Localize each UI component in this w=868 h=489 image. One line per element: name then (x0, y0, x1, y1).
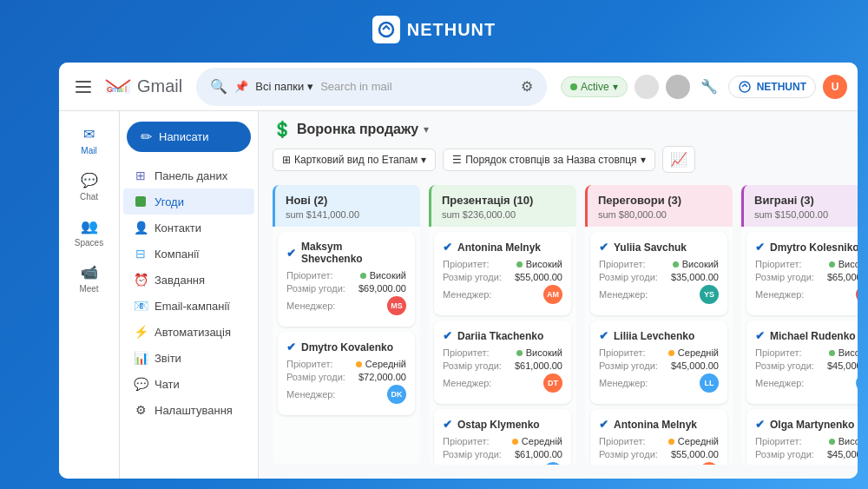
size-value: $55,000.00 (671, 449, 719, 459)
nav-companies[interactable]: ⊟ Компанії (123, 241, 254, 267)
nethunt-logo-text: NETHUNT (757, 81, 806, 93)
deal-card[interactable]: ✔ Michael Rudenko Пріоритет: Високий Роз… (746, 320, 858, 404)
column-sum: sum $236,000.00 (442, 209, 566, 220)
priority-label: Пріоритет: (443, 436, 490, 446)
user-avatar[interactable]: U (823, 75, 847, 99)
automation-icon: ⚡ (134, 325, 148, 339)
sort-button[interactable]: ☰ Порядок стовпців за Назва стовпця ▾ (443, 149, 655, 171)
priority-dot (673, 261, 679, 268)
filter-icon[interactable]: ⚙ (521, 78, 533, 95)
chats-icon: 💬 (134, 377, 148, 391)
priority-label: Пріоритет: (755, 436, 802, 446)
nav-automation[interactable]: ⚡ Автоматизація (123, 319, 254, 345)
deal-card[interactable]: ✔ Maksym Shevchenko Пріоритет: Високий Р… (278, 232, 415, 327)
nav-deals[interactable]: Угоди (123, 188, 254, 215)
chart-button[interactable]: 📈 (662, 146, 695, 173)
svg-rect-2 (76, 86, 91, 88)
nav-tasks[interactable]: ⏰ Завдання (123, 267, 254, 293)
svg-rect-1 (76, 81, 91, 83)
priority-dot (668, 439, 674, 445)
column-sum: sum $80,000.00 (598, 209, 722, 220)
sidebar-chat[interactable]: 💬 Chat (65, 164, 114, 207)
deal-card[interactable]: ✔ Dariia Tkachenko Пріоритет: Високий Ро… (434, 320, 571, 404)
svg-rect-3 (76, 91, 91, 93)
card-name-text: Olga Martynenko (770, 419, 854, 431)
sidebar-meet[interactable]: 📹 Meet (65, 256, 114, 299)
sidebar-mail[interactable]: ✉ Mail (65, 118, 114, 161)
compose-button[interactable]: ✏ Написати (127, 122, 251, 152)
check-icon: ✔ (443, 418, 452, 431)
nethunt-brand-text: NETHUNT (407, 20, 496, 40)
svg-text:i: i (122, 85, 124, 94)
deal-card[interactable]: ✔ Antonina Melnyk Пріоритет: Високий Роз… (434, 232, 571, 315)
cards-container: ✔ Antonina Melnyk Пріоритет: Високий Роз… (429, 227, 576, 465)
manager-label: Менеджер: (286, 389, 335, 400)
size-label: Розмір угоди: (599, 360, 658, 371)
cards-container: ✔ Maksym Shevchenko Пріоритет: Високий Р… (273, 227, 420, 465)
manager-label: Менеджер: (599, 378, 648, 388)
priority-label: Пріоритет: (286, 270, 333, 281)
deal-card[interactable]: ✔ Ostap Klymenko Пріоритет: Середній Роз… (434, 409, 571, 465)
priority-label: Пріоритет: (443, 347, 490, 358)
check-icon: ✔ (286, 247, 296, 260)
manager-avatar: AM (543, 285, 562, 304)
pin-icon: 📌 (234, 80, 248, 93)
deal-card[interactable]: ✔ Dmytro Kolesnikov Пріоритет: Високий Р… (746, 232, 858, 315)
nethunt-brand: NETHUNT (372, 16, 496, 43)
status-badge[interactable]: Active ▾ (561, 76, 628, 97)
priority-dot (516, 350, 523, 356)
gmail-header: G m a i l Gmail 🔍 📌 Всі папки ▾ Search i… (59, 63, 858, 111)
nav-reports[interactable]: 📊 Звіти (123, 345, 254, 371)
column-sum: sum $141,000.00 (286, 209, 410, 220)
nethunt-sidebar: ✏ Написати ⊞ Панель даних Угоди 👤 Контак… (120, 111, 259, 479)
circle-button-1[interactable] (635, 75, 659, 99)
kanban-column-won: Виграні (3) sum $150,000.00 ✔ Dmytro Kol… (741, 185, 858, 465)
panel-title-row: 💲 Воронка продажу ▾ (273, 120, 844, 139)
kanban-column-presentation: Презентація (10) sum $236,000.00 ✔ Anton… (429, 185, 576, 465)
column-title: Виграні (3) (754, 194, 858, 207)
size-label: Розмір угоди: (443, 449, 502, 459)
deal-card[interactable]: ✔ Antonina Melnyk Пріоритет: Середній Ро… (590, 409, 727, 465)
sidebar-spaces[interactable]: 👥 Spaces (65, 210, 114, 253)
search-bar[interactable]: 🔍 📌 Всі папки ▾ Search in mail ⚙ (196, 68, 547, 106)
nav-contacts[interactable]: 👤 Контакти (123, 215, 254, 241)
all-folders-dropdown[interactable]: Всі папки ▾ (255, 80, 313, 93)
circle-button-2[interactable] (666, 75, 690, 99)
card-name-text: Liliia Levchenko (614, 330, 694, 342)
deal-card[interactable]: ✔ Yuliia Savchuk Пріоритет: Високий Розм… (590, 232, 727, 315)
panel-title-chevron[interactable]: ▾ (424, 123, 429, 135)
view-chevron: ▾ (421, 154, 426, 166)
content-area: ✉ Mail 💬 Chat 👥 Spaces 📹 Meet ✏ Написати (59, 111, 858, 479)
nav-chats[interactable]: 💬 Чати (123, 371, 254, 397)
check-icon: ✔ (599, 418, 608, 431)
hamburger-button[interactable] (69, 73, 97, 101)
size-value: $72,000.00 (358, 372, 406, 382)
nav-settings[interactable]: ⚙ Налаштування (123, 397, 254, 423)
nav-dashboard[interactable]: ⊞ Панель даних (123, 162, 254, 188)
deal-card[interactable]: ✔ Olga Martynenko Пріоритет: Високий Роз… (746, 409, 858, 465)
size-label: Розмір угоди: (599, 272, 658, 282)
manager-avatar: LL (700, 373, 719, 393)
size-label: Розмір угоди: (755, 272, 814, 282)
deal-card[interactable]: ✔ Dmytro Kovalenko Пріоритет: Середній Р… (278, 332, 415, 415)
cards-container: ✔ Dmytro Kolesnikov Пріоритет: Високий Р… (741, 227, 858, 465)
chart-icon: 📈 (670, 152, 687, 167)
main-panel: 💲 Воронка продажу ▾ ⊞ Картковий вид по Е… (259, 111, 858, 479)
card-name-text: Antonina Melnyk (614, 419, 697, 431)
check-icon: ✔ (286, 340, 296, 354)
priority-dot (829, 350, 835, 356)
card-name-text: Dariia Tkachenko (457, 330, 543, 342)
size-label: Розмір угоди: (443, 272, 502, 282)
check-icon: ✔ (755, 329, 765, 342)
compose-icon: ✏ (141, 129, 152, 145)
cards-container: ✔ Yuliia Savchuk Пріоритет: Високий Розм… (585, 227, 733, 465)
nav-email-campaigns[interactable]: 📧 Email-кампанії (123, 293, 254, 319)
deal-card[interactable]: ✔ Liliia Levchenko Пріоритет: Середній Р… (590, 320, 727, 404)
apps-icon[interactable]: 🔧 (697, 75, 721, 99)
size-value: $55,000.00 (515, 272, 562, 282)
priority-dot (512, 439, 518, 445)
nethunt-logo-button[interactable]: NETHUNT (728, 76, 816, 98)
manager-label: Менеджер: (443, 378, 491, 388)
view-button[interactable]: ⊞ Картковий вид по Етапам ▾ (273, 149, 436, 171)
chevron-down-icon: ▾ (307, 80, 313, 93)
